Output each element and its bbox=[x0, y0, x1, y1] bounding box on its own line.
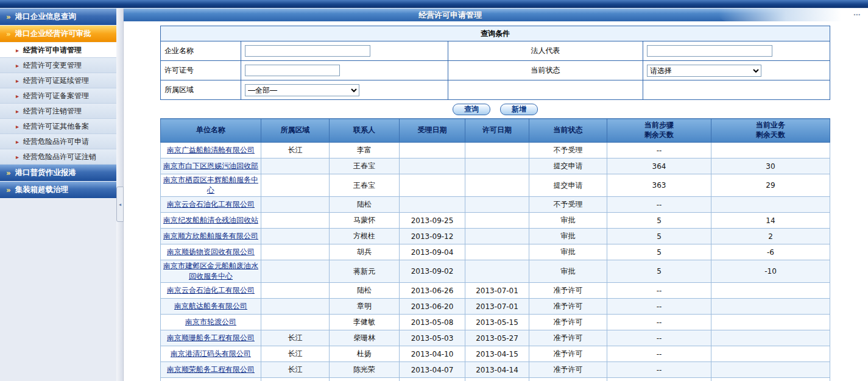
menu-arrow-icon: ▸ bbox=[16, 154, 19, 160]
cell-biz-days bbox=[711, 378, 830, 381]
cell-license-date: 2013-05-27 bbox=[465, 330, 529, 346]
results-table: 单位名称 所属区域 联系人 受理日期 许可日期 当前状态 当前步骤 剩余天数 当… bbox=[160, 118, 830, 381]
cell-contact: 马蒙怀 bbox=[330, 213, 400, 229]
cell-biz-days: -10 bbox=[711, 260, 830, 283]
status-select[interactable]: 请选择 bbox=[647, 65, 761, 77]
cell-region: 长江 bbox=[261, 143, 330, 158]
cell-license-date bbox=[465, 143, 529, 158]
sidebar-item-license-cancel-mgmt[interactable]: ▸ 经营许可注销管理 bbox=[0, 104, 116, 119]
sidebar-group-port-enterprise-query[interactable]: » 港口企业信息查询 bbox=[0, 9, 116, 26]
sidebar-item-dangerous-goods-apply[interactable]: ▸ 经营危险品许可申请 bbox=[0, 134, 116, 149]
sidebar-item-license-apply-mgmt[interactable]: ▸ 经营许可申请管理 bbox=[0, 43, 116, 58]
page-title: 经营许可申请管理 bbox=[418, 10, 573, 21]
table-row: 南京顺荣船务工程有限公司长江陈光荣2013-04-072013-04-14准予许… bbox=[161, 362, 830, 378]
company-link[interactable]: 南京市白下区恩赐污油回收部 bbox=[163, 162, 258, 170]
cell-step-days: -- bbox=[607, 330, 711, 346]
cell-status: 审批 bbox=[529, 244, 607, 260]
company-link[interactable]: 南京纪发船舶清仓残油回收站 bbox=[163, 216, 258, 224]
grip-dots-icon: ⋯ bbox=[853, 11, 861, 19]
cell-step-days: -- bbox=[607, 346, 711, 362]
sidebar-item-license-renewal-mgmt[interactable]: ▸ 经营许可证延续管理 bbox=[0, 73, 116, 88]
cell-biz-days: 29 bbox=[711, 174, 830, 197]
company-name-cell: 南京顺珊船务工程有限公司 bbox=[161, 330, 261, 346]
collapse-arrow-icon: ◂ bbox=[119, 202, 121, 207]
sidebar-group-cargo-report[interactable]: » 港口普货作业报港 bbox=[0, 165, 116, 182]
sidebar-item-label: 经营许可变更管理 bbox=[23, 60, 82, 71]
company-name-cell: 南京顺方欣船舶服务有限公司 bbox=[161, 229, 261, 244]
cell-step-days: -- bbox=[607, 197, 711, 213]
cell-region bbox=[261, 315, 330, 330]
license-no-label: 许可证号 bbox=[161, 61, 241, 80]
add-button[interactable]: 新增 bbox=[500, 104, 538, 115]
company-link[interactable]: 南京航达船务有限公司 bbox=[174, 302, 247, 310]
cell-biz-days bbox=[711, 299, 830, 315]
cell-accept-date: 2013-05-03 bbox=[400, 330, 465, 346]
table-header-row: 单位名称 所属区域 联系人 受理日期 许可日期 当前状态 当前步骤 剩余天数 当… bbox=[161, 119, 830, 143]
cell-contact: 杜扬 bbox=[330, 378, 400, 381]
company-link[interactable]: 南京顺扬物资回收有限公司 bbox=[167, 247, 255, 256]
company-name-input[interactable] bbox=[245, 45, 370, 57]
company-name-cell: 南京纪发船舶清仓残油回收站 bbox=[161, 213, 261, 229]
sidebar-item-license-record-mgmt[interactable]: ▸ 经营许可证备案管理 bbox=[0, 88, 116, 104]
cell-accept-date bbox=[400, 174, 465, 197]
sidebar-item-dangerous-goods-cancel[interactable]: ▸ 经营危险品许可证注销 bbox=[0, 149, 116, 165]
sidebar-item-license-other-record[interactable]: ▸ 经营许可证其他备案 bbox=[0, 119, 116, 134]
sidebar-item-label: 经营许可证延续管理 bbox=[23, 76, 89, 86]
cell-biz-days bbox=[711, 315, 830, 330]
cell-license-date: 2013-05-15 bbox=[465, 315, 529, 330]
collapse-handle[interactable]: ◂ bbox=[116, 187, 124, 222]
sidebar-item-license-change-mgmt[interactable]: ▸ 经营许可变更管理 bbox=[0, 58, 116, 73]
cell-contact: 李健敏 bbox=[330, 315, 400, 330]
cell-contact: 章明 bbox=[330, 299, 400, 315]
company-link[interactable]: 南京市建邺区金元船舶废油水回收服务中心 bbox=[163, 262, 258, 280]
cell-license-date bbox=[465, 244, 529, 260]
cell-contact: 陈光荣 bbox=[330, 362, 400, 378]
content-area: 查询条件 企业名称 法人代表 许可证号 当前状态 bbox=[124, 21, 868, 381]
cell-accept-date: 2013-09-25 bbox=[400, 213, 465, 229]
region-label: 所属区域 bbox=[161, 80, 241, 100]
company-link[interactable]: 南京云合石油化工有限公司 bbox=[167, 200, 255, 208]
company-link[interactable]: 南京市栖霞区丰辉船舶服务中心 bbox=[163, 176, 258, 194]
company-link[interactable]: 南京港清江码头有限公司 bbox=[171, 349, 251, 358]
table-row: 南京云合石油化工有限公司陆松2013-06-262013-07-01准予许可-- bbox=[161, 283, 830, 299]
sidebar-group-container-overload[interactable]: » 集装箱超载治理 bbox=[0, 182, 116, 199]
col-header-status: 当前状态 bbox=[529, 119, 607, 143]
company-link[interactable]: 南京市轮渡公司 bbox=[185, 318, 236, 326]
cell-region: 长江 bbox=[261, 362, 330, 378]
cell-license-date: 2013-04-15 bbox=[465, 346, 529, 362]
company-name-cell: 南京顺荣船务工程有限公司 bbox=[161, 362, 261, 378]
legal-rep-input[interactable] bbox=[647, 45, 772, 57]
main-panel: 经营许可申请管理 ⋯ 查询条件 企业名称 法人代表 bbox=[124, 9, 868, 381]
cell-region bbox=[261, 299, 330, 315]
cell-region bbox=[261, 174, 330, 197]
table-row: 南京顺珊船务工程有限公司长江柴珊林2013-05-032013-05-27准予许… bbox=[161, 330, 830, 346]
cell-step-days: 364 bbox=[607, 158, 711, 174]
company-name-cell: 南京港清江码头有限公司 bbox=[161, 378, 261, 381]
license-no-input[interactable] bbox=[245, 65, 340, 76]
cell-status: 审批 bbox=[529, 229, 607, 244]
company-name-cell: 南京市白下区恩赐污油回收部 bbox=[161, 158, 261, 174]
company-link[interactable]: 南京顺方欣船舶服务有限公司 bbox=[163, 232, 258, 240]
cell-contact: 蒋新元 bbox=[330, 260, 400, 283]
cell-accept-date: 2013-04-10 bbox=[400, 346, 465, 362]
cell-status: 审批 bbox=[529, 213, 607, 229]
cell-biz-days: 30 bbox=[711, 158, 830, 174]
region-select[interactable]: —全部— bbox=[245, 84, 359, 96]
cell-accept-date bbox=[400, 197, 465, 213]
col-header-biz-days: 当前业务 剩余天数 bbox=[711, 119, 830, 143]
cell-accept-date: 2013-04-07 bbox=[400, 362, 465, 378]
cell-biz-days: 2 bbox=[711, 229, 830, 244]
company-link[interactable]: 南京顺荣船务工程有限公司 bbox=[167, 365, 255, 374]
cell-biz-days: 14 bbox=[711, 213, 830, 229]
company-link[interactable]: 南京云合石油化工有限公司 bbox=[167, 286, 255, 294]
company-link[interactable]: 南京顺珊船务工程有限公司 bbox=[167, 333, 255, 342]
sidebar-group-license-approval[interactable]: » 港口企业经营许可审批 bbox=[0, 26, 116, 43]
company-link[interactable]: 南京广益船舶清舱有限公司 bbox=[167, 146, 255, 154]
cell-contact: 杜扬 bbox=[330, 346, 400, 362]
cell-contact: 胡兵 bbox=[330, 244, 400, 260]
cell-step-days: -- bbox=[607, 299, 711, 315]
cell-step-days: -- bbox=[607, 143, 711, 158]
cell-biz-days bbox=[711, 330, 830, 346]
search-button[interactable]: 查询 bbox=[453, 104, 490, 115]
cell-status: 审批 bbox=[529, 260, 607, 283]
